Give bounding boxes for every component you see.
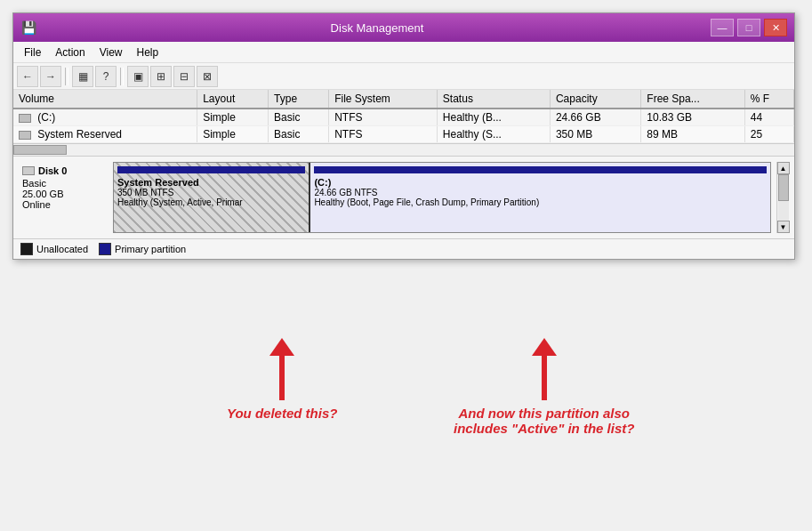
partition-c[interactable]: (C:) 24.66 GB NTFS Healthy (Boot, Page F… bbox=[310, 163, 770, 232]
arrow2-shaft bbox=[542, 356, 547, 400]
partition-header-bar bbox=[314, 166, 767, 173]
partition-status: Healthy (Boot, Page File, Crash Dump, Pr… bbox=[314, 197, 767, 207]
scroll-down-arrow[interactable]: ▼ bbox=[777, 221, 790, 233]
legend-primary: Primary partition bbox=[99, 243, 186, 255]
volume-table-container: Volume Layout Type File System Status Ca… bbox=[13, 90, 794, 157]
cell-layout: Simple bbox=[197, 109, 269, 126]
unallocated-label: Unallocated bbox=[36, 244, 88, 254]
close-button[interactable]: ✕ bbox=[764, 19, 787, 36]
scrollbar-track[interactable] bbox=[13, 144, 794, 156]
arrow1-head bbox=[269, 338, 294, 356]
cell-layout: Simple bbox=[197, 126, 269, 143]
disk-label-icon bbox=[22, 166, 35, 175]
scroll-up-arrow[interactable]: ▲ bbox=[777, 162, 790, 174]
partition-name: (C:) bbox=[314, 177, 767, 188]
disk-info-panel: Disk 0 Basic 25.00 GB Online bbox=[19, 162, 108, 233]
tool1-button[interactable]: ▣ bbox=[127, 66, 149, 87]
disk-visual: System Reserved 350 MB NTFS Healthy (Sys… bbox=[113, 162, 771, 233]
menu-view[interactable]: View bbox=[92, 44, 130, 60]
tool2-button[interactable]: ⊞ bbox=[150, 66, 172, 87]
partition-size: 350 MB NTFS bbox=[117, 188, 305, 197]
table-row[interactable]: System Reserved Simple Basic NTFS Health… bbox=[13, 126, 794, 143]
cell-freespace: 10.83 GB bbox=[641, 109, 744, 126]
legend-unallocated: Unallocated bbox=[20, 243, 88, 255]
scrollbar-thumb[interactable] bbox=[13, 145, 67, 155]
cell-volume: (C:) bbox=[13, 109, 197, 126]
disk-management-window: 💾 Disk Management — □ ✕ File Action View… bbox=[12, 12, 795, 260]
table-row[interactable]: (C:) Simple Basic NTFS Healthy (B... 24.… bbox=[13, 109, 794, 126]
menu-file[interactable]: File bbox=[17, 44, 48, 60]
annotation-text1: You deleted this? bbox=[227, 406, 337, 421]
partition-size: 24.66 GB NTFS bbox=[314, 188, 767, 197]
arrow1-shaft bbox=[279, 356, 285, 400]
col-status: Status bbox=[437, 90, 550, 109]
horizontal-scrollbar[interactable] bbox=[13, 143, 794, 156]
toolbar: ← → ▦ ? ▣ ⊞ ⊟ ⊠ bbox=[13, 63, 794, 90]
title-bar: 💾 Disk Management — □ ✕ bbox=[13, 13, 794, 42]
disk-size: 25.00 GB bbox=[22, 189, 104, 199]
col-type: Type bbox=[269, 90, 329, 109]
col-layout: Layout bbox=[197, 90, 269, 109]
partition-system-reserved[interactable]: System Reserved 350 MB NTFS Healthy (Sys… bbox=[114, 163, 310, 232]
disk-label: Disk 0 bbox=[22, 165, 104, 176]
cell-capacity: 350 MB bbox=[550, 126, 640, 143]
maximize-button[interactable]: □ bbox=[737, 19, 760, 36]
col-capacity: Capacity bbox=[550, 90, 640, 109]
primary-icon bbox=[99, 243, 111, 255]
unallocated-icon bbox=[20, 243, 33, 255]
forward-button[interactable]: → bbox=[40, 66, 61, 87]
volume-table: Volume Layout Type File System Status Ca… bbox=[13, 90, 794, 143]
col-percent: % F bbox=[744, 90, 793, 109]
cell-fs: NTFS bbox=[329, 109, 438, 126]
window-icon: 💾 bbox=[20, 20, 36, 36]
partition-status: Healthy (System, Active, Primar bbox=[117, 197, 305, 207]
arrow2-head bbox=[532, 338, 557, 356]
partition-name: System Reserved bbox=[117, 177, 305, 188]
col-filesystem: File System bbox=[329, 90, 438, 109]
title-bar-controls: — □ ✕ bbox=[711, 19, 787, 36]
annotation-arrow2: And now this partition also includes "Ac… bbox=[454, 338, 634, 436]
tool3-button[interactable]: ⊟ bbox=[173, 66, 195, 87]
cell-capacity: 24.66 GB bbox=[550, 109, 640, 126]
window-title: Disk Management bbox=[44, 21, 711, 35]
cell-status: Healthy (S... bbox=[437, 126, 550, 143]
col-freespace: Free Spa... bbox=[641, 90, 744, 109]
disk-map-main: Disk 0 Basic 25.00 GB Online System Rese… bbox=[13, 157, 794, 259]
cell-type: Basic bbox=[269, 126, 329, 143]
disk-type: Basic bbox=[22, 178, 104, 189]
grid-button[interactable]: ▦ bbox=[72, 66, 93, 87]
annotation-arrow1: You deleted this? bbox=[227, 338, 337, 421]
back-button[interactable]: ← bbox=[17, 66, 38, 87]
scroll-thumb[interactable] bbox=[778, 174, 789, 201]
disk-status: Online bbox=[22, 199, 104, 210]
toolbar-sep2 bbox=[120, 68, 124, 85]
annotation-text2: And now this partition also includes "Ac… bbox=[454, 406, 634, 436]
menu-bar: File Action View Help bbox=[13, 42, 794, 63]
cell-freespace: 89 MB bbox=[641, 126, 744, 143]
volume-icon bbox=[19, 114, 31, 123]
cell-type: Basic bbox=[269, 109, 329, 126]
menu-action[interactable]: Action bbox=[48, 44, 92, 60]
scroll-track[interactable] bbox=[778, 174, 789, 221]
disk-map-container: Disk 0 Basic 25.00 GB Online System Rese… bbox=[13, 157, 794, 238]
volume-icon bbox=[19, 131, 31, 140]
disk-visual-inner: System Reserved 350 MB NTFS Healthy (Sys… bbox=[113, 162, 771, 233]
tool4-button[interactable]: ⊠ bbox=[197, 66, 218, 87]
cell-volume: System Reserved bbox=[13, 126, 197, 143]
help-button[interactable]: ? bbox=[95, 66, 117, 87]
legend: Unallocated Primary partition bbox=[13, 238, 794, 259]
vertical-scrollbar[interactable]: ▲ ▼ bbox=[776, 162, 789, 233]
menu-help[interactable]: Help bbox=[130, 44, 166, 60]
partition-header-bar bbox=[117, 166, 305, 173]
primary-label: Primary partition bbox=[115, 244, 186, 254]
cell-percent: 44 bbox=[744, 109, 793, 126]
cell-status: Healthy (B... bbox=[437, 109, 550, 126]
minimize-button[interactable]: — bbox=[711, 19, 734, 36]
disk-map-area: Disk 0 Basic 25.00 GB Online System Rese… bbox=[13, 157, 794, 259]
col-volume: Volume bbox=[13, 90, 197, 109]
disk-name: Disk 0 bbox=[38, 165, 67, 176]
toolbar-sep1 bbox=[65, 68, 68, 85]
cell-percent: 25 bbox=[744, 126, 793, 143]
cell-fs: NTFS bbox=[329, 126, 438, 143]
